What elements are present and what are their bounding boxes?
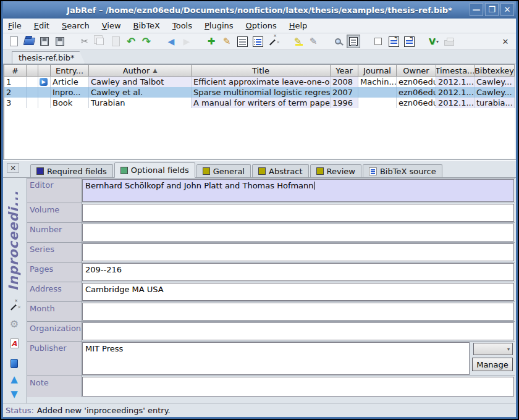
cell-author: Cawley et al. bbox=[89, 87, 192, 98]
menu-plugins[interactable]: Plugins bbox=[205, 21, 234, 30]
window-title: JabRef – /home/ezn06edu/Documents/nonfic… bbox=[3, 6, 516, 15]
tab-required-fields[interactable]: Required fields bbox=[30, 164, 113, 177]
field-label-month: Month bbox=[27, 302, 82, 321]
back-icon[interactable]: ◀ bbox=[164, 35, 178, 48]
cell-journal: Machin... bbox=[358, 77, 397, 87]
minimize-icon[interactable]: — bbox=[470, 3, 483, 16]
menu-help[interactable]: Help bbox=[289, 21, 308, 30]
editor-field[interactable]: Bernhard Schölkopf and John Platt and Th… bbox=[82, 179, 514, 202]
menu-bibtex[interactable]: BibTeX bbox=[133, 21, 160, 30]
menu-tools[interactable]: Tools bbox=[172, 21, 192, 30]
cell-timestamp: 2012.1... bbox=[436, 98, 475, 108]
autogenerate-keys-icon[interactable] bbox=[266, 35, 280, 48]
edit-entry-icon[interactable]: ✎ bbox=[220, 35, 234, 48]
push-to-application-icon[interactable]: V▾ bbox=[427, 35, 441, 48]
cell-title: Sparse multinomial logistic regressi... bbox=[192, 87, 331, 98]
month-field[interactable] bbox=[82, 303, 514, 321]
table-row[interactable]: 1 ▶ Article Cawley and Talbot Efficient … bbox=[4, 77, 515, 87]
pages-field[interactable]: 209--216 bbox=[82, 263, 514, 281]
menu-edit[interactable]: Edit bbox=[34, 21, 49, 30]
new-database-icon[interactable] bbox=[7, 35, 20, 48]
save-database-icon[interactable] bbox=[38, 35, 51, 48]
address-field[interactable]: Cambridge MA USA bbox=[82, 283, 514, 301]
col-timestamp[interactable]: Timesta... bbox=[436, 65, 475, 77]
new-subdatabase-icon[interactable] bbox=[371, 35, 385, 48]
external-link-icon[interactable]: ▶ bbox=[40, 78, 48, 86]
field-label-address: Address bbox=[27, 282, 82, 301]
close-icon[interactable]: ✕ bbox=[500, 3, 514, 16]
title-bar[interactable]: JabRef – /home/ezn06edu/Documents/nonfic… bbox=[3, 1, 516, 19]
publisher-field[interactable]: MIT Press bbox=[82, 342, 470, 375]
tab-bibtex-source[interactable]: BibTeX source bbox=[363, 164, 442, 177]
jabref-window: JabRef – /home/ezn06edu/Documents/nonfic… bbox=[1, 1, 518, 419]
tab-general[interactable]: General bbox=[196, 164, 251, 177]
close-database-icon[interactable]: ✕ bbox=[499, 35, 512, 48]
tab-review[interactable]: Review bbox=[310, 164, 361, 177]
save-all-databases-icon[interactable] bbox=[53, 35, 67, 48]
cell-year: 2007 bbox=[331, 87, 358, 98]
gear-icon: ⚙ bbox=[8, 317, 20, 330]
file-tab[interactable]: thesis-ref.bib* bbox=[12, 51, 85, 64]
general-color-icon bbox=[203, 167, 210, 175]
col-title[interactable]: Title bbox=[192, 65, 331, 77]
toggle-groups-icon[interactable] bbox=[251, 35, 264, 48]
table-header: # Entry... Author▲ Title Year Journal Ow… bbox=[4, 65, 515, 77]
publisher-dropdown[interactable]: ▾ bbox=[473, 343, 513, 355]
col-author[interactable]: Author▲ bbox=[89, 65, 192, 77]
print-icon bbox=[442, 35, 456, 48]
tab-optional-fields[interactable]: Optional fields bbox=[114, 162, 195, 178]
col-marker[interactable] bbox=[27, 65, 38, 77]
menu-bar: File Edit Search View BibTeX Tools Plugi… bbox=[3, 19, 516, 33]
table-row-selected[interactable]: 2 Inpro... Cawley et al. Sparse multinom… bbox=[4, 87, 515, 98]
close-entry-editor-icon[interactable]: ✕ bbox=[7, 163, 19, 173]
menu-file[interactable]: File bbox=[8, 21, 22, 30]
col-bibtexkey[interactable]: Bibtexkey bbox=[475, 65, 515, 77]
col-file[interactable] bbox=[38, 65, 51, 77]
maximize-icon[interactable]: ❐ bbox=[485, 3, 499, 16]
cell-title: A manual for writers of term papers... bbox=[192, 98, 331, 108]
menu-view[interactable]: View bbox=[102, 21, 121, 30]
cell-owner: ezn06edu bbox=[397, 98, 436, 108]
forward-icon: ▶ bbox=[180, 35, 193, 48]
number-field[interactable] bbox=[82, 224, 514, 242]
open-database-icon[interactable] bbox=[22, 35, 36, 48]
entry-type-label: Inproceedi... bbox=[6, 183, 21, 291]
undo-icon[interactable]: ↶ bbox=[124, 35, 138, 48]
mark-entries-icon[interactable]: ✎ bbox=[291, 35, 305, 48]
generate-key-wand-icon[interactable] bbox=[8, 300, 20, 313]
search-icon[interactable] bbox=[331, 35, 345, 48]
entry-table: # Entry... Author▲ Title Year Journal Ow… bbox=[3, 64, 516, 160]
cell-entrytype: Inpro... bbox=[51, 87, 89, 98]
col-entrytype[interactable]: Entry... bbox=[51, 65, 89, 77]
field-label-pages: Pages bbox=[27, 262, 82, 282]
file-page-icon[interactable] bbox=[8, 357, 20, 369]
table-row[interactable]: 3 Book Turabian A manual for writers of … bbox=[4, 98, 515, 108]
status-bar: Status: Added new 'inproceedings' entry. bbox=[3, 403, 516, 417]
pdf-icon[interactable]: A bbox=[8, 337, 20, 350]
menu-options[interactable]: Options bbox=[246, 21, 277, 30]
volume-field[interactable] bbox=[82, 204, 514, 222]
new-entry-icon[interactable]: ✚ bbox=[205, 35, 218, 48]
toggle-preview-icon[interactable] bbox=[235, 35, 249, 48]
toggle-search-panel-icon[interactable] bbox=[347, 35, 360, 48]
menu-search[interactable]: Search bbox=[62, 21, 90, 30]
manage-button[interactable]: Manage bbox=[472, 358, 513, 371]
series-field[interactable] bbox=[82, 243, 514, 261]
col-owner[interactable]: Owner bbox=[397, 65, 436, 77]
fetch-from-web-icon[interactable] bbox=[402, 35, 416, 48]
tab-abstract[interactable]: Abstract bbox=[252, 164, 309, 177]
col-journal[interactable]: Journal bbox=[358, 65, 397, 77]
entry-editor-tabs: Required fields Optional fields General … bbox=[3, 161, 516, 178]
next-entry-icon[interactable]: ▼ bbox=[8, 388, 20, 400]
col-num[interactable]: # bbox=[4, 65, 27, 77]
table-empty-area[interactable] bbox=[4, 108, 515, 159]
organization-field[interactable] bbox=[82, 322, 514, 340]
prev-entry-icon[interactable]: ▲ bbox=[8, 373, 20, 385]
cell-file bbox=[38, 98, 51, 108]
status-message: Added new 'inproceedings' entry. bbox=[37, 406, 171, 415]
redo-icon[interactable]: ↷ bbox=[140, 35, 153, 48]
push-to-editor-icon[interactable] bbox=[387, 35, 400, 48]
unmark-entries-icon[interactable]: ✎ bbox=[306, 35, 320, 48]
note-field[interactable] bbox=[82, 377, 514, 397]
col-year[interactable]: Year bbox=[331, 65, 358, 77]
